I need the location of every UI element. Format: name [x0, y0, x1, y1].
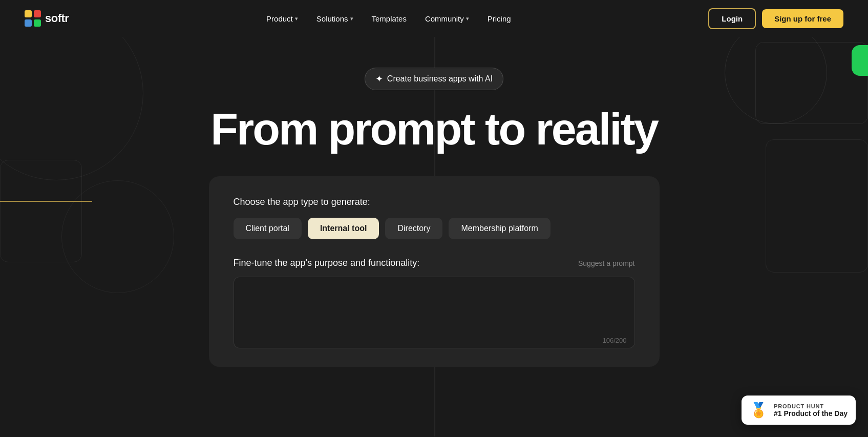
shape-rect-bl [0, 160, 82, 262]
ph-title: #1 Product of the Day [774, 409, 848, 418]
community-chevron-icon: ▾ [466, 15, 469, 22]
shape-rect-mr [766, 139, 868, 273]
char-count: 106/200 [603, 337, 627, 344]
logo-text: softr [45, 12, 69, 25]
textarea-wrapper: 106/200 [234, 277, 635, 350]
fine-tune-row: Fine-tune the app's purpose and function… [234, 258, 635, 268]
app-type-client-portal[interactable]: Client portal [234, 218, 302, 239]
svg-rect-0 [25, 10, 32, 17]
accent-line-left [0, 201, 92, 202]
logo-icon [25, 10, 41, 27]
navbar: softr Product ▾ Solutions ▾ Templates Co… [0, 0, 868, 37]
sparkle-icon: ✦ [375, 73, 383, 85]
nav-item-community[interactable]: Community ▾ [417, 10, 477, 27]
signup-button[interactable]: Sign up for free [762, 9, 843, 28]
product-hunt-badge[interactable]: 🏅 PRODUCT HUNT #1 Product of the Day [742, 396, 856, 425]
green-dot-accent [852, 45, 868, 76]
nav-links: Product ▾ Solutions ▾ Templates Communit… [258, 10, 519, 27]
solutions-chevron-icon: ▾ [350, 15, 353, 22]
app-generator-card: Choose the app type to generate: Client … [209, 176, 660, 367]
nav-item-templates[interactable]: Templates [364, 10, 415, 27]
login-button[interactable]: Login [708, 8, 756, 29]
nav-item-solutions[interactable]: Solutions ▾ [308, 10, 362, 27]
ph-text: PRODUCT HUNT #1 Product of the Day [774, 403, 848, 418]
logo[interactable]: softr [25, 10, 69, 27]
shape-circle-tr [725, 37, 827, 124]
app-type-membership-platform[interactable]: Membership platform [449, 218, 550, 239]
nav-item-product[interactable]: Product ▾ [258, 10, 306, 27]
ai-badge-text: Create business apps with AI [387, 74, 493, 84]
svg-rect-1 [34, 10, 41, 17]
svg-rect-2 [25, 19, 32, 27]
svg-rect-3 [34, 19, 41, 27]
choose-label: Choose the app type to generate: [234, 197, 635, 207]
hero-section: ✦ Create business apps with AI From prom… [0, 37, 868, 436]
nav-actions: Login Sign up for free [708, 8, 843, 29]
product-chevron-icon: ▾ [295, 15, 298, 22]
shape-circle-ml [61, 180, 174, 293]
ai-badge[interactable]: ✦ Create business apps with AI [365, 68, 503, 90]
shape-rect-tr [755, 42, 868, 124]
fine-tune-label: Fine-tune the app's purpose and function… [234, 258, 420, 268]
app-description-textarea[interactable] [234, 277, 635, 348]
shape-circle-tl [0, 37, 143, 180]
ph-medal-icon: 🏅 [750, 402, 768, 419]
suggest-prompt-button[interactable]: Suggest a prompt [578, 259, 635, 267]
app-type-buttons: Client portal Internal tool Directory Me… [234, 218, 635, 239]
app-type-internal-tool[interactable]: Internal tool [308, 218, 379, 239]
ph-label: PRODUCT HUNT [774, 403, 848, 409]
hero-heading: From prompt to reality [210, 107, 658, 152]
app-type-directory[interactable]: Directory [385, 218, 442, 239]
nav-item-pricing[interactable]: Pricing [479, 10, 519, 27]
